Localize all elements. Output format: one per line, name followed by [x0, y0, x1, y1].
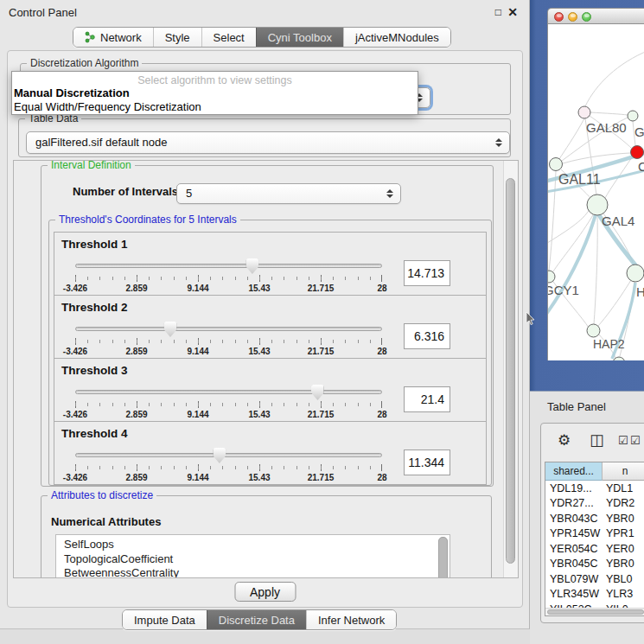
attribute-list-item[interactable]: TopologicalCoefficient: [56, 552, 450, 567]
num-intervals-combobox[interactable]: 5: [176, 183, 401, 204]
threshold-slider[interactable]: -3.4262.8599.14415.4321.71528: [75, 320, 382, 358]
node-label: C: [638, 159, 644, 174]
node-label: GCY1: [548, 283, 579, 297]
attribute-list-item[interactable]: SelfLoops: [56, 538, 450, 552]
network-node-c[interactable]: [631, 146, 644, 159]
vertical-scrollbar[interactable]: [503, 161, 518, 577]
horizontal-scrollbar[interactable]: [545, 608, 644, 615]
checkbox-checked-icon[interactable]: ☑: [630, 434, 641, 447]
apply-button[interactable]: Apply: [234, 582, 296, 602]
network-node-gal4[interactable]: [587, 194, 608, 215]
threshold-value-input[interactable]: [404, 260, 450, 286]
cell-name[interactable]: YER0: [603, 543, 644, 555]
cell-shared-name[interactable]: YDL19...: [545, 482, 603, 494]
cell-name[interactable]: YPR1: [603, 527, 644, 539]
checkbox-checked-icon[interactable]: ☑: [618, 434, 628, 447]
cell-shared-name[interactable]: YBR043C: [545, 513, 603, 525]
cell-name[interactable]: YDL1: [603, 482, 644, 494]
network-window-titlebar[interactable]: [547, 8, 644, 24]
threshold-value-input[interactable]: [404, 386, 450, 412]
horizontal-scrollbar-thumb[interactable]: [547, 609, 644, 615]
column-header-shared-name[interactable]: shared...: [545, 462, 603, 481]
tick-label: 28: [377, 284, 386, 293]
slider-track[interactable]: [75, 327, 382, 331]
table-row[interactable]: YIL052CYIL0: [545, 602, 644, 608]
cell-name[interactable]: YBR0: [603, 513, 644, 525]
threshold-label: Threshold 4: [61, 427, 128, 440]
algorithm-option[interactable]: Equal Width/Frequency Discretization: [12, 100, 418, 114]
network-canvas[interactable]: GAL80GACGAL11GAL4GCY1HHAP2: [547, 24, 644, 360]
table-row[interactable]: YDR27...YDR2: [545, 496, 644, 512]
cell-shared-name[interactable]: YBR045C: [545, 558, 603, 570]
tab-impute-data[interactable]: Impute Data: [123, 610, 207, 629]
network-node-hap2[interactable]: [587, 324, 600, 337]
network-node-gal11[interactable]: [550, 158, 563, 171]
attributes-group-title: Attributes to discretize: [48, 489, 156, 501]
algorithm-hint-option[interactable]: Select algorithm to view settings: [12, 72, 418, 86]
table-row[interactable]: YBR043CYBR0: [545, 511, 644, 526]
cell-shared-name[interactable]: YER054C: [545, 543, 603, 555]
network-node-gal80[interactable]: [578, 106, 590, 118]
table-row[interactable]: YLR345WYLR3: [545, 587, 644, 603]
tab-jactivemnodules[interactable]: jActiveMNodules: [343, 28, 450, 47]
cell-name[interactable]: YDR2: [603, 497, 644, 509]
slider-track[interactable]: [75, 453, 382, 457]
tick-label: 21.715: [308, 473, 335, 482]
cell-shared-name[interactable]: YLR345W: [545, 588, 603, 600]
network-node-gcy1[interactable]: [548, 271, 555, 283]
cell-shared-name[interactable]: YBL079W: [545, 573, 603, 585]
tab-label: Cyni Toolbox: [268, 31, 332, 44]
tab-cyni-toolbox[interactable]: Cyni Toolbox: [256, 28, 343, 47]
float-window-icon[interactable]: □: [495, 6, 501, 18]
cell-name[interactable]: YBR0: [603, 558, 644, 570]
split-columns-icon[interactable]: ◫: [590, 430, 604, 450]
vertical-scrollbar-thumb[interactable]: [506, 178, 515, 564]
close-traffic-icon[interactable]: [554, 12, 564, 22]
threshold-slider[interactable]: -3.4262.8599.14415.4321.71528: [75, 257, 382, 295]
slider-thumb[interactable]: [245, 258, 258, 274]
slider-thumb[interactable]: [213, 448, 226, 463]
tab-network[interactable]: Network: [73, 28, 153, 47]
list-scrollbar-thumb[interactable]: [438, 537, 448, 578]
slider-thumb[interactable]: [164, 322, 177, 337]
tab-discretize-data[interactable]: Discretize Data: [207, 610, 306, 629]
list-scrollbar[interactable]: [438, 537, 448, 578]
tick-label: 15.43: [248, 473, 270, 482]
table-row[interactable]: YDL19...YDL1: [545, 481, 644, 496]
cell-shared-name[interactable]: YDR27...: [545, 497, 603, 509]
settings-gear-icon[interactable]: ⚙: [558, 431, 571, 450]
tab-select[interactable]: Select: [201, 28, 256, 47]
table-row[interactable]: YPR145WYPR1: [545, 526, 644, 542]
minimize-traffic-icon[interactable]: [568, 12, 577, 22]
zoom-traffic-icon[interactable]: [582, 12, 591, 22]
algorithm-option[interactable]: Manual Discretization: [12, 86, 418, 100]
cell-name[interactable]: YLR3: [603, 588, 644, 600]
threshold-value-input[interactable]: [404, 323, 450, 349]
attribute-list-item[interactable]: BetweennessCentrality: [56, 566, 450, 578]
cell-name[interactable]: YBL0: [603, 573, 644, 585]
threshold-panel: Threshold 3 -3.4262.8599.14415.4321.7152…: [54, 358, 487, 422]
slider-track[interactable]: [75, 264, 382, 268]
threshold-label: Threshold 2: [61, 301, 128, 314]
network-node[interactable]: [613, 357, 625, 360]
close-icon[interactable]: ✕: [507, 5, 518, 19]
cell-shared-name[interactable]: YPR145W: [545, 527, 603, 539]
numerical-attributes-list[interactable]: SelfLoopsTopologicalCoefficientBetweenne…: [55, 534, 450, 578]
node-label: H: [636, 284, 644, 299]
tab-style[interactable]: Style: [153, 28, 201, 47]
threshold-slider[interactable]: -3.4262.8599.14415.4321.71528: [75, 446, 382, 484]
threshold-slider[interactable]: -3.4262.8599.14415.4321.71528: [75, 383, 382, 421]
table-row[interactable]: YER054CYER0: [545, 541, 644, 557]
threshold-value-input[interactable]: [404, 450, 450, 475]
table-data-combobox[interactable]: galFiltered.sif default node: [26, 131, 510, 154]
table-row[interactable]: YBL079WYBL0: [545, 571, 644, 587]
tab-infer-network[interactable]: Infer Network: [306, 610, 396, 629]
thresholds-groupbox: Threshold's Coordinates for 5 Intervals …: [48, 220, 492, 486]
tick-label: -3.426: [63, 347, 87, 356]
table-row[interactable]: YBR045CYBR0: [545, 557, 644, 572]
column-header-name[interactable]: n: [603, 462, 644, 481]
slider-track[interactable]: [75, 390, 382, 394]
slider-thumb[interactable]: [311, 385, 324, 400]
network-node-h[interactable]: [627, 265, 644, 282]
network-node-ga[interactable]: [628, 111, 638, 121]
